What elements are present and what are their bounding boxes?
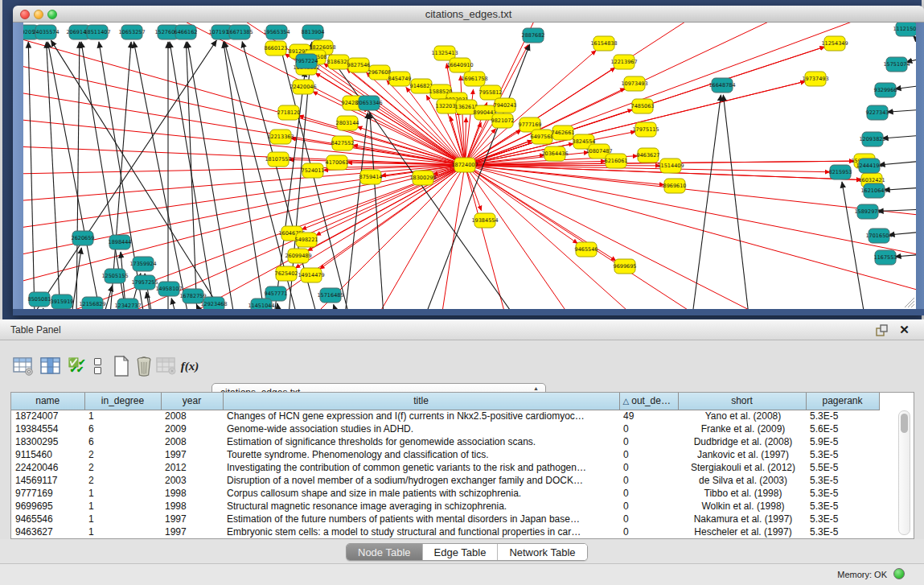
- table-cell[interactable]: Hescheler et al. (1997): [678, 525, 806, 538]
- table-cell[interactable]: Nakamura et al. (1997): [678, 513, 806, 525]
- column-header-short[interactable]: short: [678, 393, 806, 410]
- float-window-icon[interactable]: [875, 323, 889, 337]
- table-cell[interactable]: Investigating the contribution of common…: [223, 461, 619, 474]
- create-column-button[interactable]: [109, 354, 133, 378]
- table-cell[interactable]: 2012: [161, 461, 223, 474]
- table-cell[interactable]: 5.3E-5: [806, 448, 879, 461]
- column-header-pagerank[interactable]: pagerank: [806, 393, 879, 410]
- table-cell[interactable]: 5.5E-5: [806, 461, 879, 474]
- table-cell[interactable]: 18724007: [11, 410, 84, 422]
- table-cell[interactable]: Tourette syndrome. Phenomenology and cla…: [223, 448, 619, 461]
- table-cell[interactable]: 2: [84, 474, 161, 487]
- table-cell[interactable]: 0: [619, 448, 678, 461]
- show-columns-button[interactable]: [39, 354, 63, 378]
- table-cell[interactable]: Stergiakouli et al. (2012): [678, 461, 806, 474]
- table-cell[interactable]: 2: [84, 448, 161, 461]
- table-row[interactable]: 969969511998Structural magnetic resonanc…: [11, 500, 879, 513]
- table-cell[interactable]: 1997: [161, 448, 223, 461]
- import-table-button[interactable]: [154, 354, 179, 378]
- table-cell[interactable]: Tibbo et al. (1998): [678, 487, 806, 500]
- table-row[interactable]: 1456911722003Disruption of a novel membe…: [11, 474, 879, 487]
- table-cell[interactable]: 2009: [161, 422, 223, 435]
- table-cell[interactable]: Franke et al. (2009): [678, 422, 806, 435]
- column-header-title[interactable]: title: [223, 393, 619, 410]
- table-cell[interactable]: 1: [84, 513, 161, 525]
- table-cell[interactable]: 0: [619, 435, 678, 448]
- table-cell[interactable]: 9699695: [11, 500, 84, 513]
- table-row[interactable]: 1872400712008Changes of HCN gene express…: [11, 410, 879, 422]
- network-window-titlebar[interactable]: citations_edges.txt: [13, 6, 924, 23]
- table-cell[interactable]: 0: [619, 525, 678, 538]
- table-scrollbar[interactable]: [898, 410, 910, 535]
- column-header-in_degree[interactable]: in_degree: [84, 393, 161, 410]
- tab-edge-table[interactable]: Edge Table: [422, 544, 498, 560]
- table-cell[interactable]: 0: [619, 461, 678, 474]
- column-header-year[interactable]: year: [161, 393, 223, 410]
- scrollbar-thumb[interactable]: [901, 414, 908, 433]
- table-cell[interactable]: 5.3E-5: [806, 525, 879, 538]
- table-cell[interactable]: 18300295: [11, 435, 84, 448]
- table-cell[interactable]: 2003: [161, 474, 223, 487]
- table-cell[interactable]: Embryonic stem cells: a model to study s…: [223, 525, 619, 538]
- table-row[interactable]: 911546021997Tourette syndrome. Phenomeno…: [11, 448, 879, 461]
- table-cell[interactable]: 1: [84, 525, 161, 538]
- table-cell[interactable]: 2008: [161, 435, 223, 448]
- table-cell[interactable]: Changes of HCN gene expression and I(f) …: [223, 410, 619, 422]
- table-cell[interactable]: 1: [84, 500, 161, 513]
- table-cell[interactable]: Structural magnetic resonance image aver…: [223, 500, 619, 513]
- table-cell[interactable]: 0: [619, 487, 678, 500]
- tab-node-table[interactable]: Node Table: [347, 544, 422, 560]
- table-cell[interactable]: 0: [619, 422, 678, 435]
- table-cell[interactable]: 22420046: [11, 461, 84, 474]
- table-cell[interactable]: 1: [84, 410, 161, 422]
- tab-network-table[interactable]: Network Table: [497, 544, 586, 560]
- table-cell[interactable]: 0: [619, 500, 678, 513]
- table-cell[interactable]: 2008: [161, 410, 223, 422]
- table-cell[interactable]: 1997: [161, 513, 223, 525]
- table-cell[interactable]: 5.9E-5: [806, 435, 879, 448]
- table-cell[interactable]: Yano et al. (2008): [678, 410, 806, 422]
- column-header-out_de[interactable]: △out_de…: [619, 393, 678, 410]
- network-canvas[interactable]: 1872400786601238912954182260589827508105…: [23, 23, 916, 309]
- table-cell[interactable]: 1: [84, 487, 161, 500]
- table-row[interactable]: 2242004622012Investigating the contribut…: [11, 461, 879, 474]
- table-cell[interactable]: 49: [619, 410, 678, 422]
- function-builder-button[interactable]: f(x): [178, 354, 202, 378]
- table-row[interactable]: 977716911998Corpus callosum shape and si…: [11, 487, 879, 500]
- table-cell[interactable]: Disruption of a novel member of a sodium…: [223, 474, 619, 487]
- table-cell[interactable]: 2: [84, 461, 161, 474]
- table-cell[interactable]: 1998: [161, 500, 223, 513]
- table-cell[interactable]: de Silva et al. (2003): [678, 474, 806, 487]
- table-settings-button[interactable]: [11, 354, 35, 378]
- table-cell[interactable]: 5.3E-5: [806, 487, 879, 500]
- memory-status-indicator[interactable]: [893, 568, 905, 579]
- table-row[interactable]: 946554611997Estimation of the future num…: [11, 513, 879, 525]
- table-cell[interactable]: 6: [84, 422, 161, 435]
- table-cell[interactable]: 5.3E-5: [806, 410, 879, 422]
- table-cell[interactable]: 9115460: [11, 448, 84, 461]
- close-panel-icon[interactable]: ✕: [897, 323, 911, 336]
- table-cell[interactable]: Estimation of the future numbers of pati…: [223, 513, 619, 525]
- table-cell[interactable]: Genome-wide association studies in ADHD.: [223, 422, 619, 435]
- column-header-name[interactable]: name: [11, 393, 84, 410]
- table-cell[interactable]: 19384554: [11, 422, 84, 435]
- row-height-button[interactable]: [85, 354, 109, 378]
- table-row[interactable]: 1830029562008Estimation of significance …: [11, 435, 879, 448]
- table-cell[interactable]: 5.6E-5: [806, 422, 879, 435]
- table-row[interactable]: 1938455462009Genome-wide association stu…: [11, 422, 879, 435]
- table-cell[interactable]: 9463627: [11, 525, 84, 538]
- table-cell[interactable]: Estimation of significance thresholds fo…: [223, 435, 619, 448]
- table-cell[interactable]: 14569117: [11, 474, 84, 487]
- table-cell[interactable]: Corpus callosum shape and size in male p…: [223, 487, 619, 500]
- table-cell[interactable]: 9465546: [11, 513, 84, 525]
- table-cell[interactable]: Wolkin et al. (1998): [678, 500, 806, 513]
- table-cell[interactable]: 1998: [161, 487, 223, 500]
- table-cell[interactable]: 5.3E-5: [806, 500, 879, 513]
- table-row[interactable]: 946362711997Embryonic stem cells: a mode…: [11, 525, 879, 538]
- table-cell[interactable]: 1997: [161, 525, 223, 538]
- table-cell[interactable]: 5.3E-5: [806, 513, 879, 525]
- table-cell[interactable]: 0: [619, 513, 678, 525]
- table-cell[interactable]: 5.3E-5: [806, 474, 879, 487]
- table-cell[interactable]: 9777169: [11, 487, 84, 500]
- table-cell[interactable]: Jankovic et al. (1997): [678, 448, 806, 461]
